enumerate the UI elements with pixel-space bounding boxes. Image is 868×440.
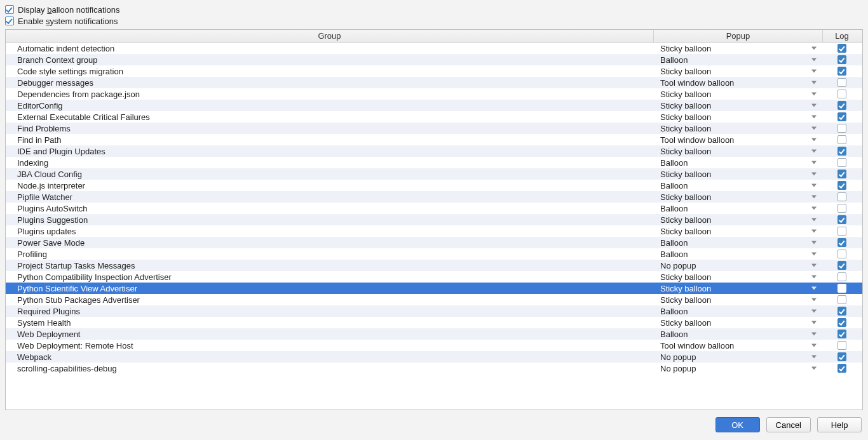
popup-cell[interactable]: Sticky balloon bbox=[654, 295, 823, 305]
table-row[interactable]: Dependencies from package.jsonSticky bal… bbox=[6, 88, 862, 100]
table-row[interactable]: Plugins SuggestionSticky balloon bbox=[6, 214, 862, 225]
table-row[interactable]: Branch Context groupBalloon bbox=[6, 54, 862, 65]
table-row[interactable]: IDE and Plugin UpdatesSticky balloon bbox=[6, 145, 862, 157]
log-checkbox[interactable] bbox=[837, 330, 846, 338]
chevron-down-icon[interactable] bbox=[811, 264, 817, 267]
chevron-down-icon[interactable] bbox=[811, 150, 817, 153]
popup-cell[interactable]: Tool window balloon bbox=[654, 341, 823, 350]
chevron-down-icon[interactable] bbox=[811, 58, 817, 62]
table-row[interactable]: EditorConfigSticky balloon bbox=[6, 100, 862, 111]
table-row[interactable]: Automatic indent detectionSticky balloon bbox=[6, 43, 862, 54]
popup-cell[interactable]: No popup bbox=[654, 352, 823, 362]
help-button[interactable]: Help bbox=[817, 417, 862, 432]
popup-cell[interactable]: Sticky balloon bbox=[654, 318, 823, 328]
log-checkbox[interactable] bbox=[837, 238, 846, 247]
header-group[interactable]: Group bbox=[6, 30, 654, 42]
log-checkbox[interactable] bbox=[837, 364, 846, 373]
table-row[interactable]: Plugins AutoSwitchBalloon bbox=[6, 203, 862, 214]
chevron-down-icon[interactable] bbox=[811, 116, 817, 119]
log-checkbox[interactable] bbox=[837, 295, 846, 304]
popup-cell[interactable]: No popup bbox=[654, 364, 823, 373]
popup-cell[interactable]: Balloon bbox=[654, 158, 823, 168]
table-row[interactable]: System HealthSticky balloon bbox=[6, 317, 862, 328]
chevron-down-icon[interactable] bbox=[811, 127, 817, 130]
chevron-down-icon[interactable] bbox=[811, 218, 817, 222]
log-checkbox[interactable] bbox=[837, 112, 846, 121]
log-checkbox[interactable] bbox=[837, 204, 846, 213]
log-checkbox[interactable] bbox=[837, 124, 846, 133]
log-checkbox[interactable] bbox=[837, 55, 846, 64]
popup-cell[interactable]: Sticky balloon bbox=[654, 101, 823, 110]
table-row[interactable]: External Executable Critical FailuresSti… bbox=[6, 111, 862, 123]
log-checkbox[interactable] bbox=[837, 181, 846, 190]
chevron-down-icon[interactable] bbox=[811, 333, 817, 336]
table-row[interactable]: Plugins updatesSticky balloon bbox=[6, 225, 862, 237]
chevron-down-icon[interactable] bbox=[811, 298, 817, 302]
popup-cell[interactable]: Balloon bbox=[654, 55, 823, 65]
table-row[interactable]: scrolling-capabilities-debugNo popup bbox=[6, 363, 862, 374]
popup-cell[interactable]: Balloon bbox=[654, 330, 823, 339]
log-checkbox[interactable] bbox=[837, 78, 846, 87]
chevron-down-icon[interactable] bbox=[811, 287, 817, 290]
table-row[interactable]: Node.js interpreterBalloon bbox=[6, 180, 862, 191]
popup-cell[interactable]: Sticky balloon bbox=[654, 272, 823, 282]
popup-cell[interactable]: Sticky balloon bbox=[654, 215, 823, 225]
chevron-down-icon[interactable] bbox=[811, 321, 817, 324]
chevron-down-icon[interactable] bbox=[811, 344, 817, 347]
table-row[interactable]: IndexingBalloon bbox=[6, 157, 862, 168]
log-checkbox[interactable] bbox=[837, 307, 846, 316]
popup-cell[interactable]: Balloon bbox=[654, 307, 823, 316]
chevron-down-icon[interactable] bbox=[811, 93, 817, 96]
popup-cell[interactable]: Sticky balloon bbox=[654, 90, 823, 99]
table-body[interactable]: Automatic indent detectionSticky balloon… bbox=[6, 43, 862, 410]
log-checkbox[interactable] bbox=[837, 227, 846, 236]
chevron-down-icon[interactable] bbox=[811, 367, 817, 370]
log-checkbox[interactable] bbox=[837, 170, 846, 178]
chevron-down-icon[interactable] bbox=[811, 47, 817, 50]
chevron-down-icon[interactable] bbox=[811, 196, 817, 199]
popup-cell[interactable]: Balloon bbox=[654, 238, 823, 248]
enable-system-checkbox[interactable] bbox=[5, 17, 14, 25]
popup-cell[interactable]: Sticky balloon bbox=[654, 147, 823, 156]
chevron-down-icon[interactable] bbox=[811, 356, 817, 359]
chevron-down-icon[interactable] bbox=[811, 173, 817, 176]
log-checkbox[interactable] bbox=[837, 147, 846, 156]
table-row[interactable]: Power Save ModeBalloon bbox=[6, 237, 862, 248]
table-row[interactable]: Project Startup Tasks MessagesNo popup bbox=[6, 260, 862, 271]
chevron-down-icon[interactable] bbox=[811, 310, 817, 313]
chevron-down-icon[interactable] bbox=[811, 241, 817, 244]
chevron-down-icon[interactable] bbox=[811, 207, 817, 210]
chevron-down-icon[interactable] bbox=[811, 230, 817, 233]
table-row[interactable]: WebpackNo popup bbox=[6, 351, 862, 363]
header-log[interactable]: Log bbox=[823, 30, 861, 42]
log-checkbox[interactable] bbox=[837, 284, 846, 293]
popup-cell[interactable]: Balloon bbox=[654, 204, 823, 213]
popup-cell[interactable]: Balloon bbox=[654, 250, 823, 259]
log-checkbox[interactable] bbox=[837, 158, 846, 167]
log-checkbox[interactable] bbox=[837, 215, 846, 224]
table-row[interactable]: ProfilingBalloon bbox=[6, 248, 862, 260]
popup-cell[interactable]: Sticky balloon bbox=[654, 44, 823, 53]
log-checkbox[interactable] bbox=[837, 135, 846, 144]
chevron-down-icon[interactable] bbox=[811, 104, 817, 107]
log-checkbox[interactable] bbox=[837, 261, 846, 270]
popup-cell[interactable]: Sticky balloon bbox=[654, 112, 823, 122]
chevron-down-icon[interactable] bbox=[811, 81, 817, 84]
display-balloon-checkbox[interactable] bbox=[5, 5, 14, 14]
header-popup[interactable]: Popup bbox=[654, 30, 823, 42]
popup-cell[interactable]: Sticky balloon bbox=[654, 192, 823, 202]
log-checkbox[interactable] bbox=[837, 44, 846, 53]
table-row[interactable]: Required PluginsBalloon bbox=[6, 305, 862, 317]
popup-cell[interactable]: Sticky balloon bbox=[654, 170, 823, 179]
table-row[interactable]: Web DeploymentBalloon bbox=[6, 328, 862, 340]
chevron-down-icon[interactable] bbox=[811, 184, 817, 187]
popup-cell[interactable]: Sticky balloon bbox=[654, 67, 823, 76]
log-checkbox[interactable] bbox=[837, 352, 846, 361]
table-row[interactable]: Find ProblemsSticky balloon bbox=[6, 123, 862, 134]
table-row[interactable]: Find in PathTool window balloon bbox=[6, 134, 862, 145]
table-row[interactable]: Python Stub Packages AdvertiserSticky ba… bbox=[6, 294, 862, 305]
log-checkbox[interactable] bbox=[837, 250, 846, 258]
chevron-down-icon[interactable] bbox=[811, 70, 817, 73]
popup-cell[interactable]: Sticky balloon bbox=[654, 124, 823, 133]
chevron-down-icon[interactable] bbox=[811, 253, 817, 256]
